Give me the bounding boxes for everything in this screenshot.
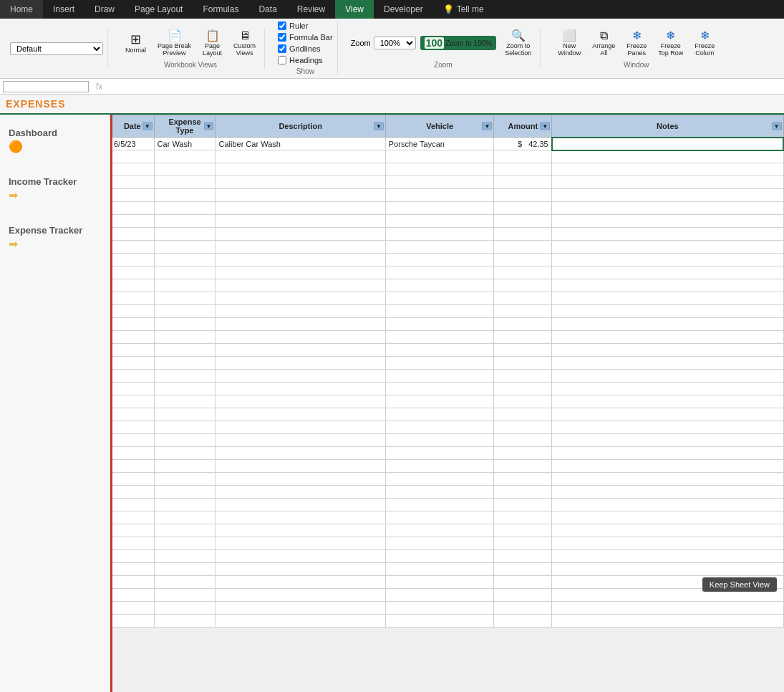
date-filter-button[interactable]: ▼: [142, 122, 153, 130]
freeze-panes-icon: ❄: [632, 30, 642, 42]
col-header-notes: Notes ▼: [552, 115, 783, 138]
sidebar-item-dashboard[interactable]: Dashboard 🟠: [0, 122, 110, 159]
vehicle-filter-button[interactable]: ▼: [482, 122, 492, 130]
table-row: [111, 215, 784, 228]
cell-amount-1[interactable]: $ 42.35: [494, 138, 552, 150]
amount-filter-button[interactable]: ▼: [540, 122, 550, 130]
table-row: [111, 473, 784, 486]
ruler-checkbox[interactable]: [278, 21, 286, 30]
table-row: [111, 563, 784, 576]
formula-bar-checkbox-row[interactable]: Formula Bar: [278, 33, 333, 42]
custom-views-icon: 🖥: [239, 30, 251, 42]
cell-desc-1[interactable]: Caliber Car Wash: [216, 138, 385, 150]
table-row: [111, 421, 784, 434]
page-layout-button[interactable]: 📋 PageLayout: [198, 29, 226, 58]
cell-notes-1[interactable]: [552, 138, 783, 150]
table-row: [111, 370, 784, 383]
sheet-title-bar: EXPENSES: [0, 95, 784, 115]
table-row: [111, 163, 784, 176]
formula-bar-label: Formula Bar: [289, 33, 333, 42]
zoom-100-label: Zoom to 100%: [445, 39, 492, 47]
table-row: [111, 434, 784, 447]
custom-views-button[interactable]: 🖥 CustomViews: [229, 29, 260, 58]
page-break-preview-button[interactable]: 📄 Page BreakPreview: [153, 29, 195, 58]
table-row: [111, 395, 784, 408]
new-window-button[interactable]: ⬜ NewWindow: [553, 29, 585, 58]
tab-insert[interactable]: Insert: [43, 0, 84, 19]
tab-developer[interactable]: Developer: [374, 0, 433, 19]
new-window-icon: ⬜: [562, 30, 576, 42]
table-row: [111, 486, 784, 499]
show-group-label: Show: [296, 67, 314, 75]
tab-draw[interactable]: Draw: [84, 0, 125, 19]
table-row: [111, 615, 784, 628]
table-row: [111, 537, 784, 550]
cell-vehicle-1[interactable]: Porsche Taycan: [385, 138, 494, 150]
table-row: [111, 357, 784, 370]
col-header-date: Date ▼: [111, 115, 155, 138]
tab-formulas[interactable]: Formulas: [193, 0, 248, 19]
zoom-group: Zoom 100% 100 Zoom to 100% 🔍 Zoom toSele…: [347, 29, 541, 69]
table-row: [111, 292, 784, 305]
red-marker: [110, 115, 112, 692]
name-box[interactable]: [3, 81, 89, 92]
gridlines-checkbox[interactable]: [278, 44, 286, 53]
main-area: Dashboard 🟠 Income Tracker ➡ Expense Tra…: [0, 115, 784, 692]
arrange-all-button[interactable]: ⧉ ArrangeAll: [588, 29, 619, 58]
table-row: [111, 576, 784, 589]
formula-bar-checkbox[interactable]: [278, 33, 286, 42]
formula-input[interactable]: [105, 82, 781, 91]
expense-arrow-icon: ➡: [9, 237, 18, 251]
cell-date-1[interactable]: 6/5/23: [111, 138, 155, 150]
zoom-selection-label: Zoom toSelection: [505, 42, 531, 57]
table-row: [111, 318, 784, 331]
col-header-vehicle: Vehicle ▼: [385, 115, 494, 138]
zoom-select[interactable]: 100%: [374, 37, 416, 49]
window-group: ⬜ NewWindow ⧉ ArrangeAll ❄ FreezePanes ❄…: [549, 29, 723, 69]
tab-review[interactable]: Review: [287, 0, 335, 19]
style-group: Default: [6, 29, 108, 69]
formula-bar: fx: [0, 79, 784, 95]
gridlines-checkbox-row[interactable]: Gridlines: [278, 44, 333, 53]
table-row: [111, 499, 784, 511]
table-row: [111, 228, 784, 241]
sidebar-item-income-tracker[interactable]: Income Tracker ➡: [0, 170, 110, 208]
freeze-top-row-button[interactable]: ❄ FreezeTop Row: [654, 29, 687, 58]
tab-page-layout[interactable]: Page Layout: [125, 0, 193, 19]
amount-value: 42.35: [528, 140, 548, 148]
zoom-selection-icon: 🔍: [511, 30, 526, 42]
table-row: [111, 550, 784, 563]
headings-checkbox-row[interactable]: Headings: [278, 56, 333, 64]
table-row: [111, 602, 784, 615]
description-filter-button[interactable]: ▼: [374, 122, 384, 130]
headings-checkbox[interactable]: [278, 56, 286, 64]
freeze-top-row-icon: ❄: [666, 30, 675, 42]
table-row: [111, 408, 784, 421]
zoom-group-label: Zoom: [434, 61, 453, 69]
freeze-panes-button[interactable]: ❄ FreezePanes: [622, 29, 651, 58]
tab-view[interactable]: View: [335, 0, 374, 19]
cell-type-1[interactable]: Car Wash: [154, 138, 216, 150]
tab-home[interactable]: Home: [0, 0, 43, 19]
tab-tell-me[interactable]: 💡 Tell me: [433, 0, 494, 19]
table-row: [111, 331, 784, 344]
workbook-views-group: ⊞ Normal 📄 Page BreakPreview 📋 PageLayou…: [117, 29, 265, 69]
col-header-description: Description ▼: [216, 115, 385, 138]
zoom-100-button[interactable]: 100 Zoom to 100%: [420, 36, 496, 50]
tab-data[interactable]: Data: [248, 0, 286, 19]
col-header-amount: Amount ▼: [494, 115, 552, 138]
normal-button[interactable]: ⊞ Normal: [121, 32, 150, 55]
style-select[interactable]: Default: [10, 42, 103, 55]
zoom-label: Zoom: [351, 39, 371, 47]
expense-type-filter-button[interactable]: ▼: [204, 122, 214, 130]
zoom-to-selection-button[interactable]: 🔍 Zoom toSelection: [500, 29, 536, 58]
sidebar-item-expense-tracker[interactable]: Expense Tracker ➡: [0, 219, 110, 256]
lightbulb-icon: 💡: [443, 4, 454, 14]
zoom-100-icon: 100: [425, 37, 444, 49]
ribbon-body: Default ⊞ Normal 📄 Page BreakPreview 📋 P…: [0, 19, 784, 79]
notes-filter-button[interactable]: ▼: [772, 122, 782, 130]
table-row: [111, 447, 784, 460]
ruler-checkbox-row[interactable]: Ruler: [278, 21, 333, 30]
sidebar: Dashboard 🟠 Income Tracker ➡ Expense Tra…: [0, 115, 110, 692]
freeze-columns-button[interactable]: ❄ FreezeColum: [690, 29, 719, 58]
